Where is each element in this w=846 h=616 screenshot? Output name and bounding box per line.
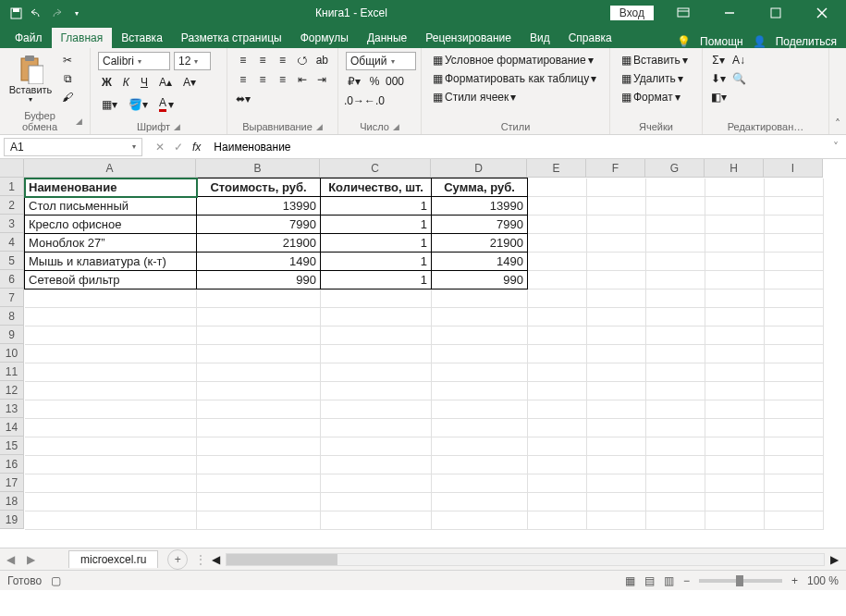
font-shrink-icon[interactable]: A▾ [179,74,200,91]
cell-C19[interactable] [321,511,432,530]
cell-I9[interactable] [765,326,824,345]
cell-H16[interactable] [705,456,765,474]
cell-B16[interactable] [197,456,321,474]
cell-G8[interactable] [646,308,705,326]
cell-D15[interactable] [432,437,528,456]
cell-I4[interactable] [765,234,824,253]
indent-increase-icon[interactable]: ⇥ [314,71,330,88]
cell-B17[interactable] [197,474,321,493]
sort-filter-icon[interactable]: A↓ [730,52,747,68]
cell-D4[interactable]: 21900 [432,234,528,253]
col-head-I[interactable]: I [764,159,823,178]
cell-F4[interactable] [587,234,646,253]
currency-icon[interactable]: ₽▾ [346,73,362,90]
cell-A19[interactable] [25,511,197,530]
cell-G14[interactable] [646,419,705,437]
format-cells-button[interactable]: ▦ Формат ▾ [618,89,694,105]
format-as-table-button[interactable]: ▦ Форматировать как таблицу ▾ [429,70,602,87]
cell-B2[interactable]: 13990 [197,197,321,216]
cell-D6[interactable]: 990 [432,271,528,290]
clear-icon[interactable]: ◧▾ [710,89,727,105]
cell-I10[interactable] [765,345,824,363]
cell-D12[interactable] [432,382,528,400]
cell-E18[interactable] [528,493,587,511]
cell-F1[interactable] [587,179,646,197]
new-sheet-icon[interactable]: + [167,549,188,570]
row-head-13[interactable]: 13 [0,400,24,418]
cell-E5[interactable] [528,253,587,271]
underline-button[interactable]: Ч [137,74,152,91]
cell-H2[interactable] [705,197,765,216]
cell-G12[interactable] [646,382,705,400]
cell-I16[interactable] [765,456,824,474]
tab-Справка[interactable]: Справка [559,28,621,48]
cell-B13[interactable] [197,400,321,419]
indent-decrease-icon[interactable]: ⇤ [294,71,310,88]
cell-H18[interactable] [705,493,765,511]
col-head-D[interactable]: D [431,159,527,178]
cell-B3[interactable]: 7990 [197,216,321,234]
percent-icon[interactable]: % [366,73,383,90]
cell-D13[interactable] [432,400,528,419]
col-head-C[interactable]: C [320,159,431,178]
qat-customize-icon[interactable]: ▾ [70,6,83,19]
select-all-corner[interactable] [0,159,24,178]
cell-E13[interactable] [528,400,587,419]
align-middle-icon[interactable]: ≡ [254,52,270,68]
cell-G15[interactable] [646,437,705,456]
row-head-12[interactable]: 12 [0,381,24,400]
align-bottom-icon[interactable]: ≡ [275,52,290,68]
cell-D11[interactable] [432,363,528,382]
orientation-icon[interactable]: ⭯ [294,52,310,68]
tab-Формулы[interactable]: Формулы [291,28,358,48]
cell-A12[interactable] [25,382,197,400]
cell-H5[interactable] [705,253,765,271]
bold-button[interactable]: Ж [98,74,116,91]
col-head-H[interactable]: H [705,159,764,178]
cell-E8[interactable] [528,308,587,326]
tell-me-label[interactable]: Помощн [700,35,743,48]
cell-styles-button[interactable]: ▦ Стили ячеек ▾ [429,89,602,105]
cell-H8[interactable] [705,308,765,326]
cell-D17[interactable] [432,474,528,493]
cell-H13[interactable] [705,400,765,419]
clipboard-launcher-icon[interactable]: ◢ [76,117,82,126]
font-name-combo[interactable]: Calibri▾ [98,52,170,70]
cell-F17[interactable] [587,474,646,493]
cell-G3[interactable] [646,216,705,234]
cell-C12[interactable] [321,382,432,400]
tab-Рецензирование[interactable]: Рецензирование [416,28,521,48]
cell-F16[interactable] [587,456,646,474]
cell-G11[interactable] [646,363,705,382]
enter-formula-icon[interactable]: ✓ [174,141,183,154]
cell-F19[interactable] [587,511,646,530]
cell-D10[interactable] [432,345,528,363]
row-head-10[interactable]: 10 [0,344,24,363]
row-head-4[interactable]: 4 [0,233,24,252]
macro-record-icon[interactable]: ▢ [51,574,61,587]
expand-formula-bar-icon[interactable]: ˅ [826,141,846,154]
cell-E1[interactable] [528,179,587,197]
fill-color-icon[interactable]: 🪣▾ [125,96,152,113]
cell-I11[interactable] [765,363,824,382]
cell-F14[interactable] [587,419,646,437]
cell-C9[interactable] [321,326,432,345]
cell-H12[interactable] [705,382,765,400]
cell-I3[interactable] [765,216,824,234]
row-head-2[interactable]: 2 [0,196,24,215]
cell-E4[interactable] [528,234,587,253]
cell-G6[interactable] [646,271,705,290]
cell-B4[interactable]: 21900 [197,234,321,253]
zoom-in-icon[interactable]: + [791,574,798,587]
cell-C18[interactable] [321,493,432,511]
cell-I14[interactable] [765,419,824,437]
view-pagebreak-icon[interactable]: ▥ [664,574,674,587]
align-center-icon[interactable]: ≡ [254,71,270,88]
cell-H19[interactable] [705,511,765,530]
cell-H6[interactable] [705,271,765,290]
ribbon-display-icon[interactable] [667,0,700,26]
col-head-A[interactable]: A [24,159,196,178]
cell-I19[interactable] [765,511,824,530]
tab-Вид[interactable]: Вид [521,28,559,48]
sheet-nav-prev-icon[interactable]: ◀ [0,553,20,566]
